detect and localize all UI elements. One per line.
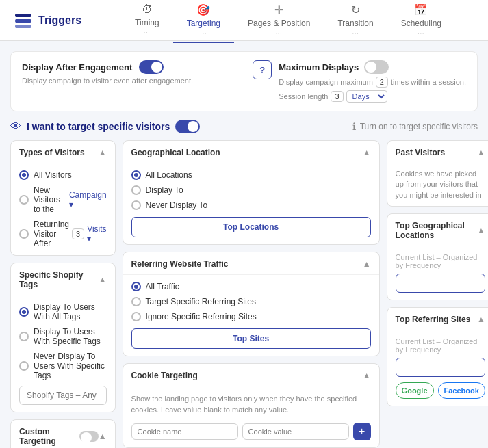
referring-chevron[interactable]: ▲ xyxy=(363,259,371,269)
right-column: Past Visitors ▲ Cookies we have picked u… xyxy=(387,140,488,448)
geo-option-display[interactable]: Display To xyxy=(131,185,371,195)
engagement-title: Display After Engagement xyxy=(22,62,132,73)
cookie-name-input[interactable] xyxy=(131,423,238,440)
referring-card: Referring Website Traffic ▲ All Traffic … xyxy=(123,252,380,356)
shopify-option-never[interactable]: Never Display To Users With Specific Tag… xyxy=(19,352,107,380)
referring-radio-group: All Traffic Target Specific Referring Si… xyxy=(131,282,371,321)
engagement-toggle[interactable] xyxy=(139,60,164,74)
shopify-chevron[interactable]: ▲ xyxy=(99,275,107,285)
top-referring-title: Top Referring Sites xyxy=(396,315,471,324)
top-nav: Triggers ⏱ Timing ··· 🎯 Targeting ··· ✛ … xyxy=(0,0,488,41)
session-stepper[interactable]: 3 xyxy=(331,91,343,102)
custom-targeting-card: Custom Targeting ▲ Show overlay only whe… xyxy=(10,419,116,448)
transition-icon: ↻ xyxy=(351,3,360,16)
top-referring-card: Top Referring Sites ▲ Current List – Org… xyxy=(387,307,488,406)
info-icon: ℹ xyxy=(352,121,356,132)
custom-targeting-title: Custom Targeting xyxy=(19,427,74,446)
campaign-link[interactable]: Campaign ▾ xyxy=(69,190,107,209)
top-referring-chevron[interactable]: ▲ xyxy=(477,315,485,324)
timing-icon: ⏱ xyxy=(142,3,153,16)
referring-option-ignore[interactable]: Ignore Specific Referring Sites xyxy=(131,312,371,321)
visits-link[interactable]: Visits ▾ xyxy=(87,224,106,243)
radio-all-tags xyxy=(19,307,29,317)
geo-card: Geographical Location ▲ All Locations Di… xyxy=(123,140,380,245)
geo-option-all[interactable]: All Locations xyxy=(131,170,371,180)
tab-transition[interactable]: ↻ Transition ··· xyxy=(324,0,387,43)
eye-icon: 👁 xyxy=(10,120,21,133)
cookie-card-body: Show the landing page to visitors only w… xyxy=(123,386,379,447)
visitors-option-new[interactable]: New Visitors to the Campaign ▾ xyxy=(19,185,107,214)
radio-new-visitors xyxy=(19,195,29,205)
top-referring-input[interactable] xyxy=(396,358,485,377)
question-button[interactable]: ? xyxy=(253,60,272,79)
custom-targeting-chevron[interactable]: ▲ xyxy=(99,432,107,441)
visitors-chevron[interactable]: ▲ xyxy=(99,148,107,157)
visitors-card-title: Types of Visitors xyxy=(19,148,85,157)
shopify-tags-input[interactable] xyxy=(19,386,107,405)
shopify-card: Specific Shopify Tags ▲ Display To Users… xyxy=(10,263,116,412)
top-geo-input[interactable] xyxy=(396,274,485,293)
past-visitors-chevron[interactable]: ▲ xyxy=(477,148,485,157)
referring-option-all[interactable]: All Traffic xyxy=(131,282,371,291)
three-col-layout: Types of Visitors ▲ All Visitors New Vis… xyxy=(10,140,478,448)
referring-card-title: Referring Website Traffic xyxy=(131,259,229,269)
targeting-header: 👁 I want to target specific visitors ℹ T… xyxy=(10,120,478,133)
facebook-button[interactable]: Facebook xyxy=(438,382,485,399)
returning-stepper[interactable]: 3 xyxy=(72,228,84,239)
referring-option-target[interactable]: Target Specific Referring Sites xyxy=(131,297,371,306)
targeting-right: ℹ Turn on to target specific visitors xyxy=(352,121,478,132)
svg-rect-1 xyxy=(15,19,31,23)
top-referring-list-label: Current List – Organized by Frequency xyxy=(396,337,485,354)
referring-card-header: Referring Website Traffic ▲ xyxy=(123,252,379,275)
geo-card-body: All Locations Display To Never Display T… xyxy=(123,163,379,244)
google-button[interactable]: Google xyxy=(396,382,434,399)
session-unit-select[interactable]: Days Hours xyxy=(346,90,387,103)
main-content: Display After Engagement Display campaig… xyxy=(0,41,488,448)
geo-radio-group: All Locations Display To Never Display T… xyxy=(131,170,371,210)
visitors-card-header: Types of Visitors ▲ xyxy=(11,141,115,163)
top-geo-card: Top Geographical Locations ▲ Current Lis… xyxy=(387,213,488,300)
targeting-toggle[interactable] xyxy=(175,120,200,133)
past-visitors-card: Past Visitors ▲ Cookies we have picked u… xyxy=(387,140,488,207)
radio-display-to xyxy=(131,185,141,195)
shopify-card-body: Display To Users With All Tags Display T… xyxy=(11,295,115,412)
custom-targeting-header: Custom Targeting ▲ xyxy=(11,420,115,448)
times-stepper[interactable]: 2 xyxy=(376,77,388,88)
geo-chevron[interactable]: ▲ xyxy=(363,148,371,157)
tab-scheduling-label: Scheduling xyxy=(401,18,441,28)
max-displays-section: ? Maximum Displays Display campaign maxi… xyxy=(253,60,466,103)
cookie-card-header: Cookie Targeting ▲ xyxy=(123,364,379,386)
geo-option-never[interactable]: Never Display To xyxy=(131,200,371,210)
top-sites-button[interactable]: Top Sites xyxy=(131,328,371,349)
custom-targeting-toggle[interactable] xyxy=(79,431,99,442)
tab-timing[interactable]: ⏱ Timing ··· xyxy=(121,0,173,42)
past-visitors-header: Past Visitors ▲ xyxy=(387,141,488,163)
top-geo-list-label: Current List – Organized by Frequency xyxy=(396,253,485,269)
scheduling-icon: 📅 xyxy=(414,3,428,16)
left-column: Types of Visitors ▲ All Visitors New Vis… xyxy=(10,140,116,448)
shopify-option-specific[interactable]: Display To Users With Specific Tags xyxy=(19,327,107,346)
tab-scheduling[interactable]: 📅 Scheduling ··· xyxy=(387,0,455,43)
tab-targeting[interactable]: 🎯 Targeting ··· xyxy=(173,0,234,43)
visitors-option-returning[interactable]: Returning Visitor After 3 Visits ▾ xyxy=(19,220,107,248)
top-locations-button[interactable]: Top Locations xyxy=(131,217,371,237)
cookie-value-input[interactable] xyxy=(242,423,349,440)
shopify-card-title: Specific Shopify Tags xyxy=(19,270,99,289)
tab-pages-position[interactable]: ✛ Pages & Position ··· xyxy=(234,0,324,43)
shopify-option-all[interactable]: Display To Users With All Tags xyxy=(19,302,107,321)
visitors-option-all[interactable]: All Visitors xyxy=(19,170,107,180)
max-displays-detail: Display campaign maximum 2 times within … xyxy=(279,77,466,88)
settings-row: Display After Engagement Display campaig… xyxy=(10,51,478,111)
cookie-chevron[interactable]: ▲ xyxy=(363,371,371,380)
nav-tabs: ⏱ Timing ··· 🎯 Targeting ··· ✛ Pages & P… xyxy=(102,0,474,43)
referring-card-body: All Traffic Target Specific Referring Si… xyxy=(123,275,379,356)
radio-ignore-specific xyxy=(131,312,141,321)
middle-column: Geographical Location ▲ All Locations Di… xyxy=(123,140,380,448)
radio-returning-visitors xyxy=(19,229,29,239)
max-displays-toggle[interactable] xyxy=(364,60,389,74)
quick-buttons: Google Facebook xyxy=(396,382,485,399)
top-geo-chevron[interactable]: ▲ xyxy=(477,226,485,235)
add-cookie-button[interactable]: + xyxy=(353,423,371,440)
targeting-left: 👁 I want to target specific visitors xyxy=(10,120,200,133)
geo-card-title: Geographical Location xyxy=(131,148,220,157)
